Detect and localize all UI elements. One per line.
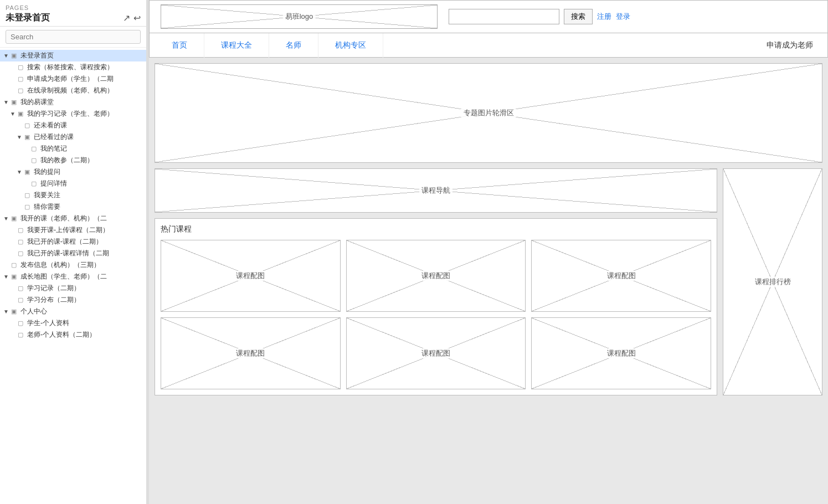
tree-label-19: 成长地图（学生、老师）（二 <box>20 272 107 281</box>
tree-label-20: 学习记录（二期） <box>27 284 80 293</box>
nav-item-institutions[interactable]: 机构专区 <box>318 33 383 58</box>
logo-area: 易班logo <box>161 4 438 29</box>
course-card-5[interactable]: 课程配图 <box>346 317 526 389</box>
auth-links: 注册 登录 <box>597 12 630 22</box>
course-card-4[interactable]: 课程配图 <box>161 317 341 389</box>
tree-item-13[interactable]: ▢猜你需要 <box>0 201 146 213</box>
tree-icon-10: ▣ <box>24 168 32 176</box>
tree-icon-7: ▣ <box>24 133 32 141</box>
tree-label-24: 老师-个人资料（二期） <box>27 330 96 340</box>
tree-item-12[interactable]: ▢我要关注 <box>0 189 146 201</box>
tree-icon-21: ▢ <box>18 296 25 304</box>
tree-item-22[interactable]: ▼▣个人中心 <box>0 306 146 317</box>
course-card-2[interactable]: 课程配图 <box>346 240 526 312</box>
course-card-5-label: 课程配图 <box>419 348 452 358</box>
tree-icon-0: ▣ <box>11 52 19 59</box>
tree-item-6[interactable]: ▢还未看的课 <box>0 120 146 131</box>
tree-item-10[interactable]: ▼▣我的提问 <box>0 166 146 178</box>
tree-label-13: 猜你需要 <box>34 202 60 212</box>
tree-icon-11: ▢ <box>31 180 39 187</box>
tree-label-4: 我的易课堂 <box>20 97 54 107</box>
tree-label-22: 个人中心 <box>20 307 47 316</box>
tree-item-14[interactable]: ▼▣我开的课（老师、机构）（二 <box>0 213 146 224</box>
tree-item-8[interactable]: ▢我的笔记 <box>0 143 146 155</box>
tree-item-16[interactable]: ▢我已开的课-课程（二期） <box>0 236 146 248</box>
nav-item-courses[interactable]: 课程大全 <box>204 33 269 58</box>
tree-label-3: 在线录制视频（老师、机构） <box>27 86 114 95</box>
tree-label-5: 我的学习记录（学生、老师） <box>27 109 114 119</box>
register-link[interactable]: 注册 <box>597 12 611 22</box>
tree-item-11[interactable]: ▢提问详情 <box>0 178 146 189</box>
search-button[interactable]: 搜索 <box>564 9 593 24</box>
tree-icon-14: ▣ <box>11 215 19 222</box>
nav-apply-teacher[interactable]: 申请成为老师 <box>758 40 822 50</box>
course-card-6[interactable]: 课程配图 <box>531 317 711 389</box>
tree-icon-23: ▢ <box>18 320 25 327</box>
sidebar-title-row: 未登录首页 ↗ ↩ <box>6 12 141 24</box>
tree-icon-5: ▣ <box>18 110 25 117</box>
course-grid-row2: 课程配图 课程配图 课程配图 <box>161 317 711 389</box>
tree-icon-1: ▢ <box>18 64 25 71</box>
sidebar-tree: ▼▣未登录首页▢搜索（标签搜索、课程搜索）▢申请成为老师（学生）（二期▢在线录制… <box>0 48 146 504</box>
tree-item-9[interactable]: ▢我的教参（二期） <box>0 155 146 166</box>
tree-item-18[interactable]: ▢发布信息（机构）（三期） <box>0 259 146 271</box>
tree-arrow-10: ▼ <box>17 169 23 175</box>
hot-courses-section: 热门课程 课程配图 课程配图 课程配图 <box>155 218 717 395</box>
tree-icon-19: ▣ <box>11 273 19 280</box>
tree-item-20[interactable]: ▢学习记录（二期） <box>0 282 146 294</box>
search-input[interactable] <box>6 30 141 44</box>
sidebar-header: PAGES 未登录首页 ↗ ↩ <box>0 0 146 27</box>
tree-label-17: 我已开的课-课程详情（二期 <box>27 249 109 258</box>
tree-arrow-5: ▼ <box>10 111 17 117</box>
nav-item-teachers[interactable]: 名师 <box>269 33 318 58</box>
tree-item-23[interactable]: ▢学生-个人资料 <box>0 317 146 329</box>
main-content: 易班logo 搜索 注册 登录 首页 课程大全 名师 机构专区 申请成为老师 专… <box>149 0 828 504</box>
tree-item-19[interactable]: ▼▣成长地图（学生、老师）（二 <box>0 271 146 282</box>
back-icon[interactable]: ↩ <box>133 13 141 23</box>
tree-item-24[interactable]: ▢老师-个人资料（二期） <box>0 329 146 341</box>
tree-label-18: 发布信息（机构）（三期） <box>20 260 100 270</box>
course-nav-label: 课程导航 <box>419 186 452 196</box>
nav-item-home[interactable]: 首页 <box>155 33 204 58</box>
tree-label-23: 学生-个人资料 <box>27 318 69 328</box>
course-card-3[interactable]: 课程配图 <box>531 240 711 312</box>
right-column: 课程排行榜 <box>723 168 822 395</box>
tree-item-2[interactable]: ▢申请成为老师（学生）（二期 <box>0 73 146 85</box>
tree-item-3[interactable]: ▢在线录制视频（老师、机构） <box>0 85 146 96</box>
tree-item-7[interactable]: ▼▣已经看过的课 <box>0 131 146 143</box>
tree-label-15: 我要开课-上传课程（二期） <box>27 225 109 235</box>
banner-label: 专题图片轮滑区 <box>461 108 516 118</box>
tree-label-21: 学习分布（二期） <box>27 295 80 305</box>
tree-icon-17: ▢ <box>18 250 25 257</box>
tree-label-2: 申请成为老师（学生）（二期 <box>27 74 114 84</box>
logo-label: 易班logo <box>283 12 316 22</box>
tree-icon-15: ▢ <box>18 227 25 234</box>
login-link[interactable]: 登录 <box>616 12 630 22</box>
tree-item-0[interactable]: ▼▣未登录首页 <box>0 50 146 61</box>
tree-item-1[interactable]: ▢搜索（标签搜索、课程搜索） <box>0 61 146 73</box>
header-search-input[interactable] <box>449 9 559 24</box>
tree-item-21[interactable]: ▢学习分布（二期） <box>0 294 146 306</box>
tree-icon-20: ▢ <box>18 285 25 292</box>
sidebar-icons: ↗ ↩ <box>123 13 141 23</box>
tree-item-15[interactable]: ▢我要开课-上传课程（二期） <box>0 224 146 236</box>
tree-icon-22: ▣ <box>11 308 19 315</box>
nav-link-institutions: 机构专区 <box>335 40 366 50</box>
tree-item-4[interactable]: ▼▣我的易课堂 <box>0 96 146 108</box>
tree-label-7: 已经看过的课 <box>34 132 74 142</box>
tree-icon-16: ▢ <box>18 238 25 245</box>
nav-bar: 首页 课程大全 名师 机构专区 申请成为老师 <box>149 33 828 58</box>
tree-icon-6: ▢ <box>24 122 32 129</box>
tree-icon-2: ▢ <box>18 75 25 83</box>
course-card-1-label: 课程配图 <box>234 271 267 281</box>
tree-item-5[interactable]: ▼▣我的学习记录（学生、老师） <box>0 108 146 120</box>
tree-label-6: 还未看的课 <box>34 121 67 130</box>
tree-item-17[interactable]: ▢我已开的课-课程详情（二期 <box>0 248 146 259</box>
nav-link-home: 首页 <box>172 40 187 50</box>
course-card-1[interactable]: 课程配图 <box>161 240 341 312</box>
nav-link-teachers: 名师 <box>286 40 301 50</box>
export-icon[interactable]: ↗ <box>123 13 130 23</box>
sidebar-pages-label: PAGES <box>6 4 141 11</box>
tree-icon-4: ▣ <box>11 99 19 106</box>
hot-courses-title: 热门课程 <box>161 224 711 234</box>
